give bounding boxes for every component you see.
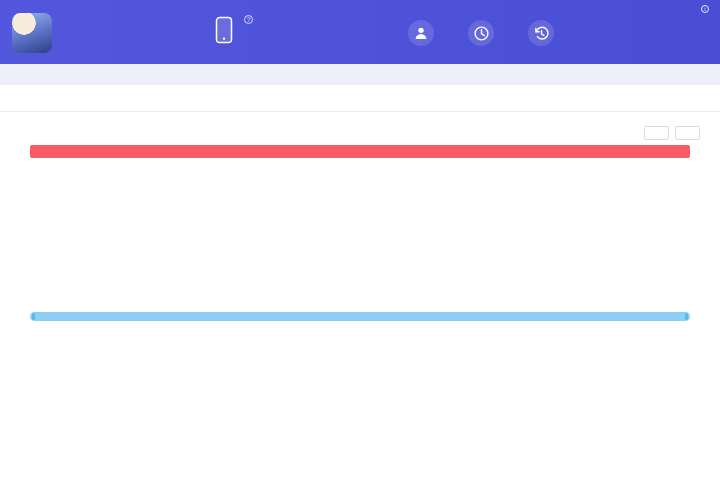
info-icon: i (701, 5, 709, 13)
history-icon (528, 20, 554, 46)
fps-threshold-input-1[interactable] (644, 126, 669, 140)
chart-legend (0, 321, 720, 325)
fps-plot[interactable] (38, 163, 682, 293)
collector-note: i (701, 5, 712, 13)
app-icon (12, 13, 52, 53)
creator-person-icon (408, 20, 434, 46)
upload-time-block (528, 18, 562, 46)
label-banner[interactable] (30, 145, 690, 158)
chart-header (0, 121, 720, 144)
metric-tabs (0, 85, 720, 112)
duration-block (468, 18, 502, 46)
chart-scrollbar[interactable] (30, 312, 690, 321)
device-help-icon[interactable]: ? (244, 15, 253, 24)
device-model: ? (241, 15, 253, 24)
perfdog-report-page: ? (0, 0, 720, 477)
app-info (12, 11, 200, 53)
y2-axis-ticks (686, 162, 706, 294)
device-info: ? (214, 15, 382, 49)
creator-block (408, 18, 442, 46)
header: ? (0, 0, 720, 64)
fps-threshold-input-2[interactable] (675, 126, 700, 140)
y-axis-ticks (14, 162, 34, 294)
metrics-summary (0, 112, 720, 121)
fps-threshold-controls (638, 126, 706, 140)
clock-icon (468, 20, 494, 46)
remark-bar (0, 64, 720, 85)
fps-chart-section (0, 121, 720, 325)
fps-chart-area (14, 163, 706, 309)
phone-icon (214, 15, 234, 49)
